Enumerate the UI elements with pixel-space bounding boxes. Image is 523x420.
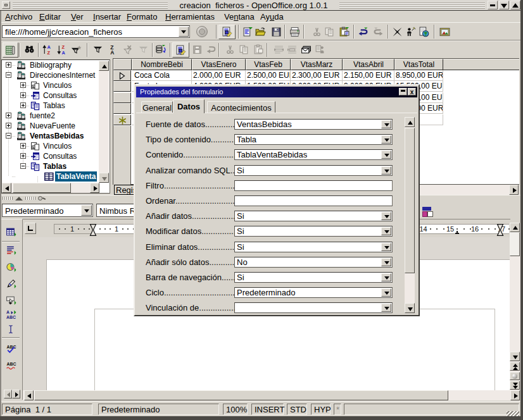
svg-text:ABC: ABC — [7, 345, 16, 349]
svg-text:ABC: ABC — [6, 315, 16, 319]
svg-text:A: A — [6, 310, 9, 314]
svg-text:ABC: ABC — [7, 362, 16, 366]
svg-text:A: A — [110, 49, 114, 55]
svg-text:A: A — [62, 50, 66, 55]
svg-text:Z: Z — [47, 50, 51, 55]
